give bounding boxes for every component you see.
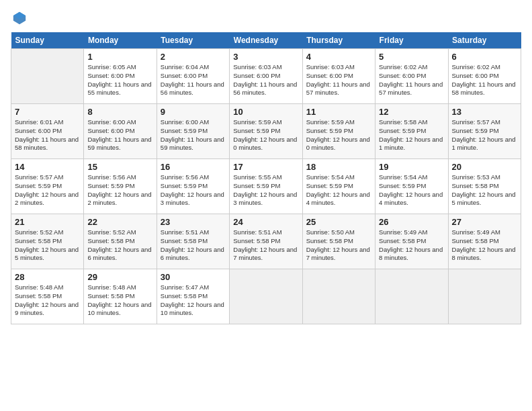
cell-info: Sunrise: 5:56 AMSunset: 5:59 PMDaylight:…	[161, 173, 226, 208]
cell-info: Sunrise: 5:50 AMSunset: 5:58 PMDaylight:…	[306, 228, 371, 263]
cell-info: Sunrise: 5:54 AMSunset: 5:59 PMDaylight:…	[306, 173, 371, 208]
cell-info: Sunrise: 5:59 AMSunset: 5:59 PMDaylight:…	[233, 118, 298, 152]
day-number: 4	[306, 52, 371, 62]
calendar-cell: 6Sunrise: 6:02 AMSunset: 6:00 PMDaylight…	[448, 49, 521, 104]
day-number: 7	[15, 107, 80, 117]
week-row-2: 7Sunrise: 6:01 AMSunset: 6:00 PMDaylight…	[11, 104, 521, 159]
day-number: 1	[87, 52, 152, 62]
calendar-cell: 20Sunrise: 5:53 AMSunset: 5:58 PMDayligh…	[448, 159, 521, 214]
day-number: 8	[87, 107, 152, 117]
calendar-cell: 3Sunrise: 6:03 AMSunset: 6:00 PMDaylight…	[230, 49, 302, 104]
calendar-cell	[230, 269, 302, 324]
cell-info: Sunrise: 6:00 AMSunset: 5:59 PMDaylight:…	[161, 118, 226, 152]
calendar-cell: 18Sunrise: 5:54 AMSunset: 5:59 PMDayligh…	[302, 159, 375, 214]
week-row-1: 1Sunrise: 6:05 AMSunset: 6:00 PMDaylight…	[11, 49, 521, 104]
cell-info: Sunrise: 5:47 AMSunset: 5:58 PMDaylight:…	[161, 283, 226, 318]
calendar-table: SundayMondayTuesdayWednesdayThursdayFrid…	[11, 32, 521, 324]
day-number: 9	[161, 107, 226, 117]
logo	[11, 11, 27, 26]
day-number: 21	[15, 217, 80, 227]
cell-info: Sunrise: 6:01 AMSunset: 6:00 PMDaylight:…	[15, 118, 80, 152]
day-number: 2	[161, 52, 226, 62]
cell-info: Sunrise: 6:02 AMSunset: 6:00 PMDaylight:…	[379, 63, 444, 97]
day-number: 10	[233, 107, 298, 117]
calendar-cell: 10Sunrise: 5:59 AMSunset: 5:59 PMDayligh…	[230, 104, 302, 159]
header-row: SundayMondayTuesdayWednesdayThursdayFrid…	[11, 32, 521, 49]
cell-info: Sunrise: 6:04 AMSunset: 6:00 PMDaylight:…	[161, 63, 226, 97]
calendar-cell: 7Sunrise: 6:01 AMSunset: 6:00 PMDaylight…	[11, 104, 84, 159]
calendar-cell: 9Sunrise: 6:00 AMSunset: 5:59 PMDaylight…	[157, 104, 229, 159]
calendar-cell: 4Sunrise: 6:03 AMSunset: 6:00 PMDaylight…	[302, 49, 375, 104]
calendar-body: 1Sunrise: 6:05 AMSunset: 6:00 PMDaylight…	[11, 49, 521, 324]
calendar-cell: 12Sunrise: 5:58 AMSunset: 5:59 PMDayligh…	[375, 104, 448, 159]
cell-info: Sunrise: 6:03 AMSunset: 6:00 PMDaylight:…	[306, 63, 371, 97]
page-container: SundayMondayTuesdayWednesdayThursdayFrid…	[0, 0, 532, 411]
day-number: 22	[87, 217, 152, 227]
cell-info: Sunrise: 5:51 AMSunset: 5:58 PMDaylight:…	[233, 228, 298, 263]
cell-info: Sunrise: 5:53 AMSunset: 5:58 PMDaylight:…	[452, 173, 517, 208]
cell-info: Sunrise: 5:57 AMSunset: 5:59 PMDaylight:…	[15, 173, 80, 208]
cell-info: Sunrise: 5:59 AMSunset: 5:59 PMDaylight:…	[306, 118, 371, 152]
day-number: 13	[452, 107, 517, 117]
header-cell-thursday: Thursday	[302, 32, 375, 49]
cell-info: Sunrise: 5:55 AMSunset: 5:59 PMDaylight:…	[233, 173, 298, 208]
calendar-cell: 26Sunrise: 5:49 AMSunset: 5:58 PMDayligh…	[375, 214, 448, 269]
calendar-cell: 17Sunrise: 5:55 AMSunset: 5:59 PMDayligh…	[230, 159, 302, 214]
day-number: 5	[379, 52, 444, 62]
day-number: 17	[233, 162, 298, 172]
calendar-cell: 15Sunrise: 5:56 AMSunset: 5:59 PMDayligh…	[84, 159, 157, 214]
day-number: 24	[233, 217, 298, 227]
day-number: 19	[379, 162, 444, 172]
calendar-cell: 11Sunrise: 5:59 AMSunset: 5:59 PMDayligh…	[302, 104, 375, 159]
cell-info: Sunrise: 5:52 AMSunset: 5:58 PMDaylight:…	[87, 228, 152, 263]
day-number: 29	[87, 272, 152, 282]
day-number: 27	[452, 217, 517, 227]
header-cell-monday: Monday	[84, 32, 157, 49]
calendar-cell	[11, 49, 84, 104]
day-number: 6	[452, 52, 517, 62]
day-number: 23	[161, 217, 226, 227]
cell-info: Sunrise: 5:48 AMSunset: 5:58 PMDaylight:…	[15, 283, 80, 318]
header-cell-friday: Friday	[375, 32, 448, 49]
calendar-cell: 8Sunrise: 6:00 AMSunset: 6:00 PMDaylight…	[84, 104, 157, 159]
day-number: 25	[306, 217, 371, 227]
calendar-cell: 24Sunrise: 5:51 AMSunset: 5:58 PMDayligh…	[230, 214, 302, 269]
day-number: 15	[87, 162, 152, 172]
day-number: 20	[452, 162, 517, 172]
calendar-cell: 30Sunrise: 5:47 AMSunset: 5:58 PMDayligh…	[157, 269, 229, 324]
day-number: 16	[161, 162, 226, 172]
week-row-3: 14Sunrise: 5:57 AMSunset: 5:59 PMDayligh…	[11, 159, 521, 214]
day-number: 14	[15, 162, 80, 172]
calendar-cell	[375, 269, 448, 324]
day-number: 12	[379, 107, 444, 117]
calendar-cell: 14Sunrise: 5:57 AMSunset: 5:59 PMDayligh…	[11, 159, 84, 214]
day-number: 11	[306, 107, 371, 117]
calendar-cell: 27Sunrise: 5:49 AMSunset: 5:58 PMDayligh…	[448, 214, 521, 269]
day-number: 3	[233, 52, 298, 62]
cell-info: Sunrise: 5:49 AMSunset: 5:58 PMDaylight:…	[452, 228, 517, 263]
calendar-cell: 21Sunrise: 5:52 AMSunset: 5:58 PMDayligh…	[11, 214, 84, 269]
calendar-header: SundayMondayTuesdayWednesdayThursdayFrid…	[11, 32, 521, 49]
calendar-cell: 13Sunrise: 5:57 AMSunset: 5:59 PMDayligh…	[448, 104, 521, 159]
header-cell-saturday: Saturday	[448, 32, 521, 49]
calendar-cell	[448, 269, 521, 324]
cell-info: Sunrise: 6:02 AMSunset: 6:00 PMDaylight:…	[452, 63, 517, 97]
cell-info: Sunrise: 5:57 AMSunset: 5:59 PMDaylight:…	[452, 118, 517, 152]
cell-info: Sunrise: 6:00 AMSunset: 6:00 PMDaylight:…	[87, 118, 152, 152]
cell-info: Sunrise: 5:56 AMSunset: 5:59 PMDaylight:…	[87, 173, 152, 208]
cell-info: Sunrise: 5:51 AMSunset: 5:58 PMDaylight:…	[161, 228, 226, 263]
day-number: 28	[15, 272, 80, 282]
header-cell-tuesday: Tuesday	[157, 32, 229, 49]
header	[11, 11, 521, 26]
day-number: 18	[306, 162, 371, 172]
calendar-cell: 22Sunrise: 5:52 AMSunset: 5:58 PMDayligh…	[84, 214, 157, 269]
header-cell-sunday: Sunday	[11, 32, 84, 49]
calendar-cell	[302, 269, 375, 324]
cell-info: Sunrise: 5:49 AMSunset: 5:58 PMDaylight:…	[379, 228, 444, 263]
cell-info: Sunrise: 6:05 AMSunset: 6:00 PMDaylight:…	[87, 63, 152, 97]
day-number: 30	[161, 272, 226, 282]
calendar-cell: 16Sunrise: 5:56 AMSunset: 5:59 PMDayligh…	[157, 159, 229, 214]
calendar-cell: 19Sunrise: 5:54 AMSunset: 5:59 PMDayligh…	[375, 159, 448, 214]
calendar-cell: 2Sunrise: 6:04 AMSunset: 6:00 PMDaylight…	[157, 49, 229, 104]
day-number: 26	[379, 217, 444, 227]
